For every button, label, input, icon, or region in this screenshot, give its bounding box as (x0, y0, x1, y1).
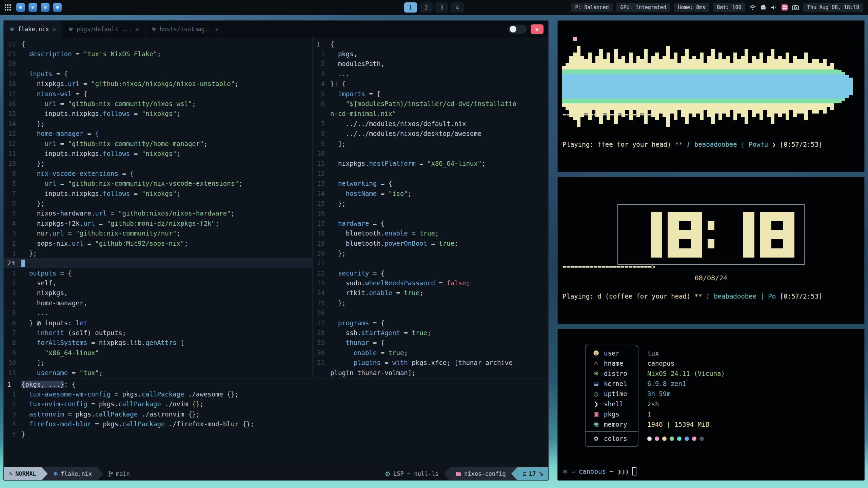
code-line[interactable]: 15 inputs.nixpkgs.follows = "nixpkgs"; (4, 109, 312, 119)
code-line[interactable]: 13 networking = { (313, 178, 549, 188)
code-line[interactable]: 3 nur.url = "github:nix-community/nur"; (4, 228, 312, 238)
code-line[interactable]: 25 }; (313, 298, 549, 308)
code-line[interactable]: 3 ... (313, 69, 549, 79)
editor-tab[interactable]: ❄hosts/isoImag..× (145, 21, 225, 38)
code-line[interactable]: 2 sops-nix.url = "github:Mic92/sops-nix"… (4, 238, 312, 248)
code-line[interactable]: 5 nixos-hardware.url = "github:nixos/nix… (4, 208, 312, 218)
close-window-button[interactable]: × (531, 24, 544, 34)
taskbar-app-icon[interactable]: ❄ (41, 3, 50, 12)
code-line[interactable]: 19 bluetooth.powerOnBoot = true; (313, 238, 549, 248)
tab-close-icon[interactable]: × (53, 26, 56, 33)
code-line[interactable]: 22 security = { (313, 268, 549, 278)
code-line[interactable]: 15 }; (313, 198, 549, 208)
code-line[interactable]: 1 pkgs, (313, 49, 549, 59)
code-line[interactable]: 4 home-manager, (4, 298, 312, 308)
code-line[interactable]: 11 nixpkgs.hostPlatform = "x86_64-linux"… (313, 159, 549, 168)
code-line[interactable]: 19 inputs = { (4, 69, 312, 79)
taskbar-app-icon[interactable]: ❄ (16, 3, 25, 12)
code-line[interactable]: 8 forAllSystems = nixpkgs.lib.genAttrs [ (4, 338, 312, 348)
taskbar-app-icon[interactable]: ❄ (53, 3, 62, 12)
code-line[interactable]: 7 ../../modules/nixos/default.nix (313, 119, 549, 128)
code-line[interactable]: 6 "${modulesPath}/installer/cd-dvd/insta… (313, 99, 549, 108)
workspace-tag-1[interactable]: 1 (404, 2, 417, 13)
code-line[interactable]: 14 hostName = "iso"; (313, 188, 549, 198)
code-line[interactable]: n-cd-minimal.nix" (313, 109, 549, 119)
code-line[interactable]: 11 inputs.nixpkgs.follows = "nixpkgs"; (4, 148, 312, 158)
code-line[interactable]: 18 bluetooth.enable = true; (313, 228, 549, 238)
screenshot-icon[interactable] (792, 4, 799, 11)
code-line[interactable]: 12 (313, 168, 549, 178)
code-line[interactable]: 28 ssh.startAgent = true; (313, 328, 549, 338)
code-line[interactable]: 4}: { (313, 79, 549, 89)
code-line[interactable]: 6 }; (4, 198, 312, 208)
code-line[interactable]: 2 self, (4, 278, 312, 288)
editor-pane-flake[interactable]: 22{21 description = "tux's NixOS Flake";… (4, 39, 312, 379)
editor-pane-iso[interactable]: 1{1 pkgs,2 modulesPath,3 ...4}: {5 impor… (313, 39, 549, 379)
code-line[interactable]: 10 ]; (4, 358, 312, 368)
code-line[interactable]: 1{ (313, 39, 549, 49)
tab-close-icon[interactable]: × (215, 26, 219, 33)
code-line[interactable]: 5 ... (4, 308, 312, 318)
workspace-tag-3[interactable]: 3 (435, 2, 448, 13)
code-line[interactable]: 7 inherit (self) outputs; (4, 328, 312, 338)
code-line[interactable]: 3 nixpkgs, (4, 288, 312, 298)
code-line[interactable]: 5 imports = [ (313, 89, 549, 99)
code-line[interactable]: plugin thunar-volman]; (313, 368, 549, 378)
toggle-switch[interactable] (508, 25, 527, 34)
code-line[interactable]: 26 (313, 308, 549, 318)
code-line[interactable]: 3 astronvim = pkgs.callPackage ./astronv… (4, 409, 549, 419)
code-line[interactable]: 14 }; (4, 119, 312, 128)
code-line[interactable]: 20 (4, 59, 312, 69)
code-line[interactable]: 10 }; (4, 159, 312, 168)
code-line[interactable]: 17 hardware = { (313, 218, 549, 228)
tab-close-icon[interactable]: × (136, 26, 139, 33)
code-line[interactable]: 18 nixpkgs.url = "github:nixos/nixpkgs/n… (4, 79, 312, 89)
code-line[interactable]: 6 } @ inputs: let (4, 318, 312, 328)
code-line[interactable]: 1{pkgs, ...}: { (4, 379, 549, 389)
taskbar-app-icon[interactable]: ❄ (28, 3, 37, 12)
editor-pane-pkgs[interactable]: 1{pkgs, ...}: {1 tux-awesome-wm-config =… (4, 379, 549, 467)
code-line[interactable]: 1 }; (4, 248, 312, 258)
code-line[interactable]: 24 rtkit.enable = true; (313, 288, 549, 298)
mixer-icon[interactable] (781, 4, 788, 11)
code-line[interactable]: 31 plugins = with pkgs.xfce; [thunar-arc… (313, 358, 549, 368)
workspace-tag-4[interactable]: 4 (451, 2, 464, 13)
code-line[interactable]: 4 firefox-mod-blur = pkgs.callPackage ./… (4, 419, 549, 429)
code-line[interactable]: 1 outputs = { (4, 268, 312, 278)
code-line[interactable]: 8 url = "github:nix-community/nix-vscode… (4, 178, 312, 188)
code-line[interactable]: 10 (313, 148, 549, 158)
code-line[interactable]: 4 nixpkgs-f2k.url = "github:moni-dz/nixp… (4, 218, 312, 228)
code-line[interactable]: 11 username = "tux"; (4, 368, 312, 378)
code-line[interactable]: 9 "x86_64-linux" (4, 348, 312, 358)
code-line[interactable]: 7 inputs.nixpkgs.follows = "nixpkgs"; (4, 188, 312, 198)
code-line[interactable]: 2 tux-nvim-config = pkgs.callPackage ./n… (4, 399, 549, 409)
code-line[interactable]: 1 tux-awesome-wm-config = pkgs.callPacka… (4, 389, 549, 399)
code-line[interactable]: 21 description = "tux's NixOS Flake"; (4, 49, 312, 59)
editor-tab[interactable]: ❄flake.nix× (4, 21, 62, 38)
code-line[interactable]: 12 url = "github:nix-community/home-mana… (4, 139, 312, 148)
shell-prompt[interactable]: ❄ → canopus ~ ❯❯❯ (563, 467, 636, 475)
code-line[interactable]: 23 (4, 258, 312, 268)
network-wifi-icon[interactable] (749, 4, 756, 11)
code-line[interactable]: 13 home-manager = { (4, 129, 312, 139)
code-line[interactable]: 16 url = "github:nix-community/nixos-wsl… (4, 99, 312, 108)
code-line[interactable]: 20 }; (313, 248, 549, 258)
code-line[interactable]: 29 thunar = { (313, 338, 549, 348)
code-line[interactable]: 5} (4, 429, 549, 439)
code-line[interactable]: 9 ]; (313, 139, 549, 148)
code-line[interactable]: 17 nixos-wsl = { (4, 89, 312, 99)
code-line[interactable]: 27 programs = { (313, 318, 549, 328)
code-line[interactable]: 2 modulesPath, (313, 59, 549, 69)
app-launcher-icon[interactable] (5, 4, 11, 11)
ghost-icon[interactable] (760, 4, 766, 11)
code-line[interactable]: 9 nix-vscode-extensions = { (4, 168, 312, 178)
code-line[interactable]: 23 sudo.wheelNeedsPassword = false; (313, 278, 549, 288)
code-line[interactable]: 16 (313, 208, 549, 218)
editor-tab[interactable]: ❄pkgs/default ...× (62, 21, 145, 38)
code-line[interactable]: 21 (313, 258, 549, 268)
code-line[interactable]: 30 enable = true; (313, 348, 549, 358)
code-line[interactable]: 22{ (4, 39, 312, 49)
volume-icon[interactable] (770, 4, 777, 11)
workspace-tag-2[interactable]: 2 (420, 2, 433, 13)
code-line[interactable]: 8 ../../modules/nixos/desktop/awesome (313, 129, 549, 139)
